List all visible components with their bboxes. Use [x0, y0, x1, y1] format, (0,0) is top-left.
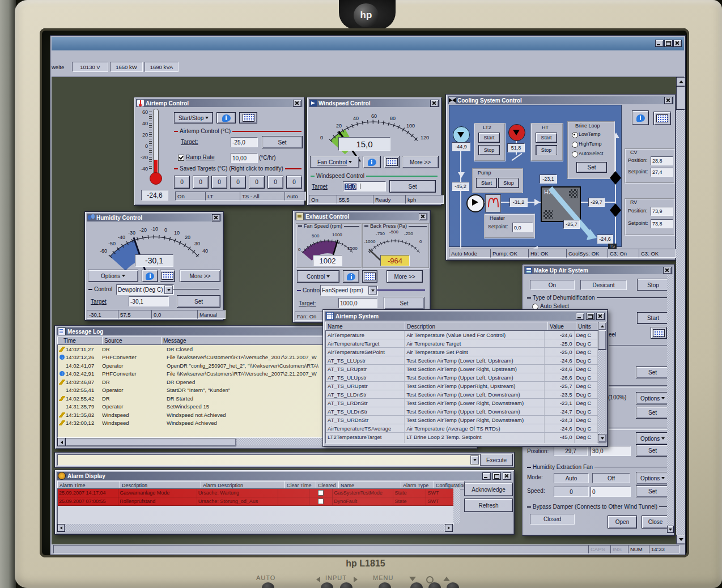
airtemp-system-rows[interactable]: AirTemperature Air Temperature (Value Us…	[325, 330, 598, 444]
humidity-set-button[interactable]: Set	[177, 295, 220, 308]
cooling-close-button[interactable]	[664, 97, 673, 104]
makeup-set-button-2[interactable]: Set	[636, 407, 669, 419]
table-row[interactable]: AT_TS_LLUpstr Test Section AirTemp (Lowe…	[326, 356, 598, 365]
table-row[interactable]: AirTemperatureTarget Air Temperature Tar…	[326, 339, 598, 348]
mdi-scroll-up[interactable]	[676, 77, 685, 87]
dropdown-button[interactable]	[368, 286, 377, 295]
humidity-target-field[interactable]: -30,1	[129, 296, 169, 306]
app-minimize-button[interactable]	[655, 40, 664, 47]
airtemp-info-button[interactable]	[216, 112, 236, 123]
col-description[interactable]: Description	[405, 322, 552, 331]
alarm-close-button[interactable]	[503, 472, 511, 480]
cleared-checkbox[interactable]	[318, 490, 324, 496]
makeup-keypad-button[interactable]	[651, 327, 667, 339]
makeup-close-button[interactable]	[663, 267, 672, 274]
app-maximize-button[interactable]	[664, 40, 673, 47]
makeup-start-button[interactable]: Start	[637, 312, 669, 324]
table-row[interactable]: AT_TS_ULUpstr Test Section AirTemp (Uppe…	[326, 373, 598, 382]
table-row[interactable]: AirTemperature Air Temperature (Value Us…	[326, 331, 598, 339]
airtemp-control-window[interactable]: Airtemp Control 60 40 20 0 -20 -40 -24,6	[134, 97, 305, 206]
cooling-titlebar[interactable]: Cooling System Control	[448, 96, 674, 104]
windspeed-control-window[interactable]: Windspeed Control 0 20 40 60 80 100 120 …	[307, 97, 442, 206]
lowtemp-radio[interactable]	[572, 132, 578, 138]
table-maximize-button[interactable]	[586, 313, 594, 320]
dropdown-button[interactable]	[164, 286, 173, 294]
alarm-maximize-button[interactable]	[492, 472, 501, 480]
alarm-rows[interactable]: 25.09.2007 14:17:04 Gaswarnanlage Mode U…	[57, 488, 454, 525]
app-titlebar[interactable]	[52, 37, 684, 50]
windspeed-target-field[interactable]: 15,0	[343, 181, 386, 191]
cooling-info-button[interactable]	[632, 110, 649, 125]
table-row[interactable]: AirTemperatureSetPoint Air Temperature S…	[326, 348, 598, 356]
saved-target-button[interactable]: 0	[249, 176, 265, 189]
position-entry-field[interactable]: 30,0	[591, 446, 631, 456]
humidity-options-button[interactable]: Options	[88, 270, 138, 282]
table-vscrollbar[interactable]	[598, 322, 605, 442]
humidity-keypad-button[interactable]	[160, 270, 175, 282]
lt2-start-button[interactable]: Start	[478, 133, 500, 143]
log-col-source[interactable]: Source	[102, 336, 165, 345]
saved-target-button[interactable]: 0	[211, 176, 227, 189]
bypass-open-button[interactable]: Open	[608, 515, 637, 529]
alarm-hscrollbar[interactable]	[57, 524, 453, 531]
table-row[interactable]: AT_TS_LRUpstr Test Section AirTemp (Lowe…	[326, 365, 598, 373]
airtemp-system-titlebar[interactable]: Airtemp System	[325, 312, 606, 321]
mdi-scroll-down[interactable]	[676, 535, 685, 544]
alarm-scroll-right[interactable]	[445, 524, 453, 532]
table-scroll-thumb[interactable]	[598, 330, 606, 350]
execute-button[interactable]: Execute	[480, 454, 513, 466]
log-scroll-left[interactable]	[57, 438, 66, 446]
airtemp-set-button[interactable]: Set	[262, 136, 303, 148]
table-minimize-button[interactable]	[576, 313, 584, 320]
heater-setpoint-field[interactable]: 0,0	[512, 223, 533, 232]
ht-start-button[interactable]: Start	[536, 133, 557, 143]
alarm-minimize-button[interactable]	[482, 472, 491, 480]
makeup-vscrollbar[interactable]	[667, 275, 673, 533]
humidity-control-dropdown[interactable]: Dewpoint (Deg C)	[116, 284, 174, 295]
saved-target-button[interactable]: 0	[193, 176, 209, 189]
mode-options-button[interactable]: Options	[636, 472, 669, 484]
windspeed-set-button[interactable]: Set	[389, 180, 436, 193]
mdi-scroll-thumb[interactable]	[676, 86, 685, 110]
lt2-stop-button[interactable]: Stop	[478, 145, 500, 155]
cv-setpoint-value[interactable]: 27,4	[651, 168, 673, 177]
bypass-close-button[interactable]: Close	[642, 515, 669, 529]
alarm-vscrollbar[interactable]	[453, 488, 460, 523]
humidity-control-window[interactable]: Humidity Control -60 -50 -40 -30 -20 -10…	[84, 211, 224, 321]
saved-target-button[interactable]: 0	[174, 176, 190, 189]
humidity-info-button[interactable]	[142, 270, 158, 282]
exhaust-info-button[interactable]	[343, 270, 359, 283]
app-close-button[interactable]	[673, 40, 682, 47]
table-row[interactable]: AT_TS_URDnStr Test Section AirTemp (Uppe…	[326, 416, 598, 424]
table-row[interactable]: AT_TS_LRDnStr Test Section AirTemp (Lowe…	[326, 399, 598, 407]
fan-control-button[interactable]: Fan Control	[310, 156, 359, 168]
table-row[interactable]: LT2TemperatureTarget LT Brine Loop 2 Tem…	[326, 433, 598, 441]
exhaust-set-button[interactable]: Set	[384, 297, 424, 309]
ramp-rate-checkbox[interactable]	[178, 155, 184, 161]
table-row[interactable]: AT_TS_URUpstr Test Section AirTemp (Uppe…	[326, 382, 598, 390]
speed-entry-field[interactable]: 0	[591, 487, 631, 497]
rv-setpoint-value[interactable]: 73,8	[651, 219, 673, 228]
pump-start-button[interactable]: Start	[476, 178, 497, 188]
makeup-air-titlebar[interactable]: Make Up Air System	[524, 266, 673, 274]
exhaust-control-button[interactable]: Control	[297, 270, 339, 283]
cleared-checkbox[interactable]	[318, 498, 324, 504]
alarm-titlebar[interactable]: Alarm Display	[57, 472, 512, 480]
airtemp-system-window[interactable]: Airtemp System Name Description Value Un…	[322, 309, 608, 447]
humidity-more-button[interactable]: More >>	[180, 270, 220, 282]
windspeed-keypad-button[interactable]	[384, 156, 400, 168]
makeup-options-button-2[interactable]: Options	[636, 432, 669, 445]
table-close-button[interactable]	[596, 313, 605, 320]
log-scroll-thumb[interactable]	[65, 438, 236, 446]
pump-stop-button[interactable]: Stop	[498, 178, 519, 188]
brine-set-button[interactable]: Set	[576, 162, 607, 173]
saved-target-button[interactable]: 0	[230, 176, 246, 189]
cooling-keypad-button[interactable]	[653, 112, 671, 125]
table-row[interactable]: AirTemperatureTSAverage Air Temperature …	[326, 424, 598, 433]
table-scroll-down[interactable]	[598, 434, 606, 442]
windspeed-titlebar[interactable]: Windspeed Control	[309, 99, 440, 107]
acknowledge-button[interactable]: Acknowledge	[464, 483, 513, 496]
airtemp-titlebar[interactable]: Airtemp Control	[136, 99, 303, 107]
exhaust-keypad-button[interactable]	[362, 270, 377, 283]
autoselect-radio[interactable]	[572, 151, 578, 157]
